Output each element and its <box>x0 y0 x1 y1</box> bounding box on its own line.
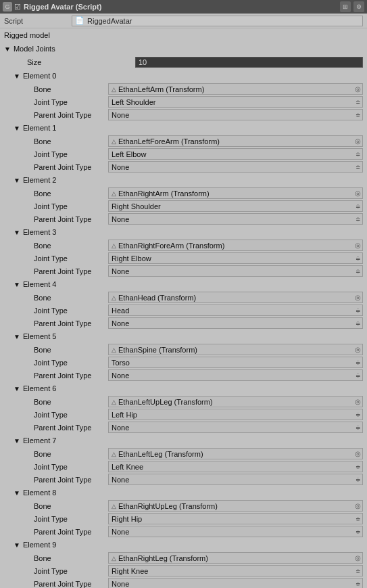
element-2-parent-joint-type-value: None <box>112 215 129 223</box>
element-5-bone-field[interactable]: △ EthanSpine (Transform) ◎ <box>108 344 363 355</box>
target-icon-1[interactable]: ◎ <box>355 137 361 145</box>
element-0-joint-type-value: Left Shoulder <box>112 98 155 106</box>
element-7-bone-field[interactable]: △ EthanLeftLeg (Transform) ◎ <box>108 448 363 459</box>
target-icon-8[interactable]: ◎ <box>355 502 361 510</box>
element-8-joint-type-dropdown[interactable]: Right Hip ≑ <box>108 513 363 524</box>
bone-icon-1: △ <box>112 138 116 145</box>
element-8: ▼Element 8 Bone △ EthanRightUpLeg (Trans… <box>0 486 367 538</box>
element-5-header[interactable]: ▼Element 5 <box>0 330 367 343</box>
element-3-parent-joint-type-dropdown[interactable]: None ≑ <box>108 265 363 277</box>
settings-btn[interactable]: ⚙ <box>353 1 364 12</box>
context-menu-btn[interactable]: ⊞ <box>340 1 351 12</box>
element-0-bone-row: Bone △ EthanLeftArm (Transform) ◎ <box>0 83 367 95</box>
element-5-arrow: ▼ <box>14 333 20 340</box>
element-0-header[interactable]: ▼Element 0 <box>0 69 367 83</box>
target-icon-4[interactable]: ◎ <box>355 294 361 301</box>
element-0-parent-joint-type-dropdown[interactable]: None ≑ <box>108 109 363 120</box>
element-7-label: Element 7 <box>23 436 57 445</box>
element-7-joint-type-label: Joint Type <box>34 463 108 471</box>
element-2-parent-joint-type-dropdown[interactable]: None ≑ <box>108 213 363 225</box>
element-9-joint-type-dropdown[interactable]: Right Knee ≑ <box>108 565 363 576</box>
title-checkbox[interactable]: ☑ <box>14 3 21 12</box>
element-4-joint-type-dropdown[interactable]: Head ≑ <box>108 304 363 316</box>
element-8-parent-joint-type-dropdown[interactable]: None ≑ <box>108 526 363 537</box>
rigged-model-label: Rigged model <box>4 31 50 39</box>
element-9-arrow: ▼ <box>14 541 20 549</box>
element-5-bone-row: Bone △ EthanSpine (Transform) ◎ <box>0 343 367 356</box>
element-3-bone-field[interactable]: △ EthanRightForeArm (Transform) ◎ <box>108 240 363 251</box>
element-4: ▼Element 4 Bone △ EthanHead (Transform) … <box>0 277 367 330</box>
window-icon: G <box>3 2 12 12</box>
element-9: ▼Element 9 Bone △ EthanRightLeg (Transfo… <box>0 538 367 588</box>
element-5-joint-type-row: Joint Type Torso ≑ <box>0 356 367 369</box>
target-icon-3[interactable]: ◎ <box>355 242 361 249</box>
element-1: ▼Element 1 Bone △ EthanLeftForeArm (Tran… <box>0 121 367 173</box>
element-1-joint-type-label: Joint Type <box>34 150 108 158</box>
element-8-joint-type-label: Joint Type <box>34 515 108 523</box>
script-value-field[interactable]: 📄 RiggedAvatar <box>72 16 363 26</box>
element-4-arrow: ▼ <box>14 281 20 288</box>
target-icon-7[interactable]: ◎ <box>355 450 361 457</box>
element-6-joint-type-dropdown[interactable]: Left Hip ≑ <box>108 409 363 420</box>
element-1-joint-type-dropdown[interactable]: Left Elbow ≑ <box>108 148 363 160</box>
element-3: ▼Element 3 Bone △ EthanRightForeArm (Tra… <box>0 225 367 277</box>
element-1-parent-joint-type-dropdown[interactable]: None ≑ <box>108 161 363 173</box>
element-3-header[interactable]: ▼Element 3 <box>0 225 367 239</box>
target-icon-2[interactable]: ◎ <box>355 189 361 197</box>
element-8-joint-type-value: Right Hip <box>112 515 142 523</box>
element-1-joint-type-arrow: ≑ <box>356 151 361 158</box>
element-1-parent-joint-type-label: Parent Joint Type <box>34 163 108 171</box>
element-0-bone-label: Bone <box>34 85 108 93</box>
element-9-bone-field[interactable]: △ EthanRightLeg (Transform) ◎ <box>108 552 363 564</box>
element-6-parent-joint-type-dropdown[interactable]: None ≑ <box>108 422 363 433</box>
element-6-bone-field[interactable]: △ EthanLeftUpLeg (Transform) ◎ <box>108 396 363 407</box>
element-2-header[interactable]: ▼Element 2 <box>0 173 367 187</box>
element-4-header[interactable]: ▼Element 4 <box>0 277 367 291</box>
element-5-label: Element 5 <box>23 332 57 340</box>
element-1-bone-field[interactable]: △ EthanLeftForeArm (Transform) ◎ <box>108 135 363 147</box>
element-1-bone-row: Bone △ EthanLeftForeArm (Transform) ◎ <box>0 135 367 148</box>
element-7-parent-joint-type-dropdown[interactable]: None ≑ <box>108 474 363 485</box>
size-input[interactable] <box>135 57 363 68</box>
element-0-bone-field[interactable]: △ EthanLeftArm (Transform) ◎ <box>108 83 363 95</box>
element-3-joint-type-dropdown[interactable]: Right Elbow ≑ <box>108 252 363 264</box>
element-7-joint-type-arrow: ≑ <box>356 463 361 470</box>
element-0-joint-type-arrow: ≑ <box>356 99 361 106</box>
model-joints-header[interactable]: ▼ Model Joints <box>0 42 367 55</box>
element-6-header[interactable]: ▼Element 6 <box>0 382 367 395</box>
target-icon-6[interactable]: ◎ <box>355 398 361 405</box>
rigged-model-header: Rigged model <box>0 28 367 42</box>
title-bar-right: ⊞ ⚙ <box>340 1 364 12</box>
element-1-header[interactable]: ▼Element 1 <box>0 121 367 135</box>
element-9-parent-joint-type-dropdown[interactable]: None ≑ <box>108 578 363 588</box>
script-label: Script <box>4 17 72 25</box>
element-7-joint-type-dropdown[interactable]: Left Knee ≑ <box>108 461 363 472</box>
element-8-bone-value: EthanRightUpLeg (Transform) <box>118 502 218 510</box>
element-0-joint-type-dropdown[interactable]: Left Shoulder ≑ <box>108 96 363 108</box>
element-2-joint-type-dropdown[interactable]: Right Shoulder ≑ <box>108 200 363 212</box>
target-icon-0[interactable]: ◎ <box>355 85 361 93</box>
element-6-joint-type-arrow: ≑ <box>356 411 361 418</box>
element-4-parent-joint-type-dropdown[interactable]: None ≑ <box>108 317 363 329</box>
element-8-header[interactable]: ▼Element 8 <box>0 486 367 499</box>
element-5-bone-value: EthanSpine (Transform) <box>118 346 197 354</box>
element-9-joint-type-value: Right Knee <box>112 567 148 575</box>
element-5-joint-type-dropdown[interactable]: Torso ≑ <box>108 357 363 368</box>
element-4-bone-field[interactable]: △ EthanHead (Transform) ◎ <box>108 292 363 303</box>
element-0-joint-type-label: Joint Type <box>34 98 108 106</box>
element-9-header[interactable]: ▼Element 9 <box>0 538 367 551</box>
element-2-bone-value: EthanRightArm (Transform) <box>118 189 210 198</box>
element-9-joint-type-row: Joint Type Right Knee ≑ <box>0 564 367 577</box>
element-7-header[interactable]: ▼Element 7 <box>0 434 367 447</box>
target-icon-5[interactable]: ◎ <box>355 346 361 353</box>
element-0-arrow: ▼ <box>14 72 20 80</box>
element-5-parent-joint-type-dropdown[interactable]: None ≑ <box>108 369 363 381</box>
element-8-bone-field[interactable]: △ EthanRightUpLeg (Transform) ◎ <box>108 500 363 512</box>
size-row: Size <box>0 55 367 69</box>
target-icon-9[interactable]: ◎ <box>355 554 361 562</box>
element-7-joint-type-value: Left Knee <box>112 463 143 471</box>
element-2-bone-field[interactable]: △ EthanRightArm (Transform) ◎ <box>108 187 363 199</box>
element-5-joint-type-arrow: ≑ <box>356 359 361 366</box>
elements-container: ▼Element 0 Bone △ EthanLeftArm (Transfor… <box>0 69 367 588</box>
element-0-bone-value: EthanLeftArm (Transform) <box>118 85 204 93</box>
